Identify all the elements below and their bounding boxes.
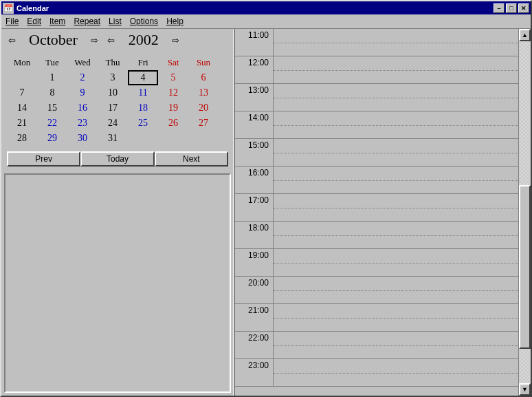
titlebar[interactable]: 📅 Calendar – □ ✕ — [1, 1, 531, 14]
notes-area[interactable] — [4, 173, 231, 393]
time-slot-1600[interactable]: 16:00 — [235, 167, 518, 194]
slot-body[interactable] — [274, 194, 518, 221]
slot-body[interactable] — [274, 222, 518, 248]
day-29[interactable]: 29 — [37, 131, 67, 146]
scroll-track[interactable] — [519, 41, 531, 383]
slot-body[interactable] — [274, 277, 518, 303]
time-slot-1900[interactable]: 19:00 — [235, 249, 518, 277]
time-slot-1100[interactable]: 11:00 — [235, 29, 518, 56]
time-label: 15:00 — [235, 139, 274, 166]
today-button[interactable]: Today — [80, 151, 154, 167]
menu-item[interactable]: Item — [49, 17, 65, 26]
day-17[interactable]: 17 — [98, 100, 128, 116]
day-16[interactable]: 16 — [67, 100, 98, 116]
schedule-view[interactable]: 11:0012:0013:0014:0015:0016:0017:0018:00… — [235, 29, 518, 396]
calendar-grid: MonTueWedThuFriSatSun 123456789101112131… — [1, 51, 234, 147]
scroll-up-button[interactable]: ▲ — [519, 29, 531, 41]
scroll-thumb[interactable] — [519, 185, 531, 350]
time-slot-2000[interactable]: 20:00 — [235, 277, 518, 304]
day-15[interactable]: 15 — [37, 100, 67, 116]
time-slot-1700[interactable]: 17:00 — [235, 194, 518, 222]
time-label: 11:00 — [235, 29, 274, 56]
slot-body[interactable] — [274, 84, 518, 111]
time-slot-1400[interactable]: 14:00 — [235, 111, 518, 139]
day-20[interactable]: 20 — [188, 100, 219, 116]
slot-body[interactable] — [274, 249, 518, 276]
menu-list[interactable]: List — [109, 17, 122, 26]
day-6[interactable]: 6 — [188, 70, 219, 85]
day-23[interactable]: 23 — [67, 116, 98, 131]
calendar-week: 28293031 — [7, 131, 228, 146]
menu-repeat[interactable]: Repeat — [74, 17, 100, 26]
day-31[interactable]: 31 — [98, 131, 128, 146]
day-21[interactable]: 21 — [7, 116, 37, 131]
right-panel: 11:0012:0013:0014:0015:0016:0017:0018:00… — [235, 29, 531, 396]
time-label: 16:00 — [235, 167, 274, 193]
prev-month-button[interactable]: ⇦ — [5, 34, 18, 46]
day-19[interactable]: 19 — [158, 100, 188, 116]
time-slot-1500[interactable]: 15:00 — [235, 139, 518, 167]
scroll-down-button[interactable]: ▼ — [519, 383, 531, 396]
day-4[interactable]: 4 — [128, 70, 158, 85]
day-8[interactable]: 8 — [37, 85, 67, 100]
time-label: 14:00 — [235, 111, 274, 138]
next-button[interactable]: Next — [155, 151, 228, 167]
app-icon[interactable]: 📅 — [3, 3, 14, 14]
day-11[interactable]: 11 — [128, 85, 158, 100]
prev-button[interactable]: Prev — [7, 151, 80, 167]
time-label: 22:00 — [235, 332, 274, 358]
day-empty — [7, 70, 37, 85]
slot-body[interactable] — [274, 304, 518, 331]
day-24[interactable]: 24 — [98, 116, 128, 131]
day-10[interactable]: 10 — [98, 85, 128, 100]
day-26[interactable]: 26 — [158, 116, 188, 131]
slot-body[interactable] — [274, 359, 518, 386]
maximize-button[interactable]: □ — [506, 3, 517, 13]
slot-body[interactable] — [274, 167, 518, 193]
dow-wed: Wed — [67, 55, 98, 70]
close-button[interactable]: ✕ — [518, 3, 529, 13]
next-year-button[interactable]: ⇨ — [170, 34, 182, 46]
day-1[interactable]: 1 — [37, 70, 67, 85]
window-title: Calendar — [16, 4, 494, 12]
day-22[interactable]: 22 — [37, 116, 67, 131]
day-7[interactable]: 7 — [7, 85, 37, 100]
time-slot-2100[interactable]: 21:00 — [235, 304, 518, 332]
time-label: 12:00 — [235, 56, 274, 83]
day-25[interactable]: 25 — [128, 116, 158, 131]
time-slot-1200[interactable]: 12:00 — [235, 56, 518, 84]
day-9[interactable]: 9 — [67, 85, 98, 100]
day-14[interactable]: 14 — [7, 100, 37, 116]
day-12[interactable]: 12 — [158, 85, 188, 100]
time-label: 19:00 — [235, 249, 274, 276]
prev-year-button[interactable]: ⇦ — [105, 34, 118, 46]
menu-file[interactable]: File — [5, 17, 19, 26]
day-2[interactable]: 2 — [67, 70, 98, 85]
day-27[interactable]: 27 — [188, 116, 219, 131]
next-month-button[interactable]: ⇨ — [89, 34, 101, 46]
day-18[interactable]: 18 — [128, 100, 158, 116]
time-slot-1300[interactable]: 13:00 — [235, 84, 518, 111]
month-label: October — [22, 31, 85, 49]
menu-help[interactable]: Help — [166, 17, 527, 26]
minimize-button[interactable]: – — [494, 3, 505, 13]
slot-body[interactable] — [274, 332, 518, 358]
menu-options[interactable]: Options — [130, 17, 158, 26]
time-slot-1800[interactable]: 18:00 — [235, 222, 518, 249]
vertical-scrollbar[interactable]: ▲ ▼ — [518, 29, 531, 396]
day-28[interactable]: 28 — [7, 131, 37, 146]
slot-body[interactable] — [274, 29, 518, 56]
menu-edit[interactable]: Edit — [27, 17, 41, 26]
day-3[interactable]: 3 — [98, 70, 128, 85]
time-slot-2200[interactable]: 22:00 — [235, 332, 518, 359]
dow-tue: Tue — [37, 55, 67, 70]
day-30[interactable]: 30 — [67, 131, 98, 146]
day-5[interactable]: 5 — [158, 70, 188, 85]
day-empty — [188, 131, 219, 146]
dow-thu: Thu — [98, 55, 128, 70]
slot-body[interactable] — [274, 139, 518, 166]
slot-body[interactable] — [274, 111, 518, 138]
day-13[interactable]: 13 — [188, 85, 219, 100]
time-slot-2300[interactable]: 23:00 — [235, 359, 518, 387]
slot-body[interactable] — [274, 56, 518, 83]
